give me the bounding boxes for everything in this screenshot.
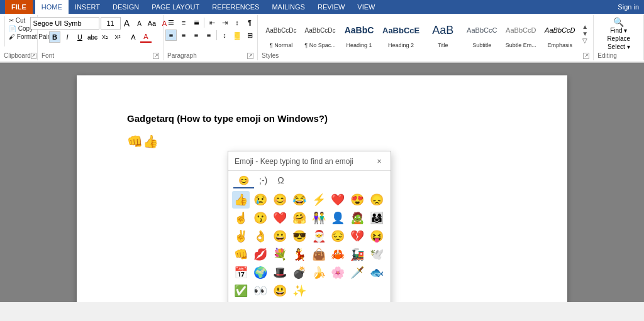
- paste-button[interactable]: 📋 Paste: [0, 16, 5, 46]
- styles-scroll-up[interactable]: ▲: [580, 23, 589, 30]
- superscript-button[interactable]: X²: [112, 31, 123, 43]
- emoji-cell-37[interactable]: 🌸: [329, 264, 347, 281]
- emoji-cell-14[interactable]: 🧟: [348, 209, 366, 227]
- emoji-cell-3[interactable]: 😂: [291, 191, 308, 209]
- style-emphasis[interactable]: AaBbCcD Emphasis: [541, 18, 579, 50]
- multilevel-list-button[interactable]: ≣: [191, 17, 202, 28]
- emoji-cell-41[interactable]: 👀: [252, 282, 269, 300]
- justify-button[interactable]: ≡: [203, 30, 214, 41]
- emoji-cell-5[interactable]: ❤️: [329, 191, 347, 209]
- emoji-cell-40[interactable]: ✅: [232, 282, 250, 300]
- find-button[interactable]: 🔍 Find ▾: [605, 16, 632, 35]
- file-tab[interactable]: FILE: [5, 0, 33, 14]
- style-subtle-em[interactable]: AaBbCcD Subtle Em...: [502, 18, 540, 50]
- emoji-picker-close-button[interactable]: ×: [374, 156, 384, 166]
- font-name-input[interactable]: [30, 17, 99, 30]
- emoji-cell-43[interactable]: ✨: [291, 282, 308, 300]
- style-subtitle[interactable]: AaBbCcC Subtitle: [463, 18, 501, 50]
- clipboard-expand[interactable]: ↗: [31, 53, 36, 59]
- style-no-space[interactable]: AaBbCcDc ¶ No Spac...: [301, 18, 339, 50]
- emoji-cell-20[interactable]: 🎅: [310, 227, 328, 245]
- styles-scroll-down[interactable]: ▼: [580, 30, 589, 37]
- emoji-cell-24[interactable]: 👊: [232, 246, 250, 263]
- emoji-cell-10[interactable]: ❤️: [271, 209, 289, 227]
- align-right-button[interactable]: ≡: [191, 30, 202, 41]
- style-normal[interactable]: AaBbCcDc ¶ Normal: [262, 18, 300, 50]
- strikethrough-button[interactable]: abc: [87, 31, 98, 43]
- emoji-cell-19[interactable]: 😎: [291, 227, 308, 245]
- styles-more-button[interactable]: ▽: [580, 37, 589, 44]
- emoji-cell-18[interactable]: 😀: [271, 227, 289, 245]
- emoji-cell-26[interactable]: 💐: [271, 246, 289, 263]
- numbering-button[interactable]: ≡: [178, 17, 189, 28]
- subscript-button[interactable]: X₂: [99, 31, 111, 43]
- emoji-cell-35[interactable]: 💣: [291, 264, 308, 281]
- replace-button[interactable]: Replace: [605, 35, 632, 43]
- emoji-cell-42[interactable]: 😃: [271, 282, 289, 300]
- emoji-cell-1[interactable]: 😢: [252, 191, 269, 209]
- emoji-cell-6[interactable]: 😍: [348, 191, 366, 209]
- emoji-cell-34[interactable]: 🎩: [271, 264, 289, 281]
- emoji-cell-32[interactable]: 📅: [232, 264, 250, 281]
- mailings-tab[interactable]: MAILINGS: [265, 0, 311, 14]
- align-center-button[interactable]: ≡: [178, 30, 189, 41]
- paragraph-expand[interactable]: ↗: [247, 53, 253, 59]
- highlight-color-button[interactable]: A: [128, 31, 139, 43]
- italic-button[interactable]: I: [62, 31, 73, 43]
- show-marks-button[interactable]: ¶: [244, 17, 255, 28]
- emoji-cell-16[interactable]: ✌️: [232, 227, 250, 245]
- emoji-cell-29[interactable]: 🦀: [329, 246, 347, 263]
- emoji-cell-33[interactable]: 🌍: [252, 264, 269, 281]
- emoji-cell-12[interactable]: 👫: [310, 209, 328, 227]
- emoji-cell-38[interactable]: 🗡️: [348, 264, 366, 281]
- emoji-cell-11[interactable]: 🤗: [291, 209, 308, 227]
- increase-indent-button[interactable]: ⇥: [219, 17, 230, 28]
- styles-expand[interactable]: ↗: [583, 53, 589, 59]
- emoji-cell-8[interactable]: ☝️: [232, 209, 250, 227]
- emoji-cell-13[interactable]: 👤: [329, 209, 347, 227]
- emoji-cell-17[interactable]: 👌: [252, 227, 269, 245]
- emoji-cell-9[interactable]: 😗: [252, 209, 269, 227]
- references-tab[interactable]: REFERENCES: [206, 0, 265, 14]
- sign-in[interactable]: Sign in: [618, 3, 639, 11]
- emoji-cell-39[interactable]: 🐟: [368, 264, 386, 281]
- emoji-tab-smiley[interactable]: 😊: [233, 173, 254, 188]
- font-color-button[interactable]: A: [140, 31, 152, 43]
- align-left-button[interactable]: ≡: [165, 30, 177, 41]
- emoji-cell-4[interactable]: ⚡: [310, 191, 328, 209]
- decrease-indent-button[interactable]: ⇤: [206, 17, 218, 28]
- style-heading2[interactable]: AaBbCcE Heading 2: [379, 18, 423, 50]
- home-tab[interactable]: HOME: [35, 0, 69, 14]
- emoji-cell-28[interactable]: 👜: [310, 246, 328, 263]
- sort-button[interactable]: ↕: [231, 17, 243, 28]
- emoji-cell-2[interactable]: 😊: [271, 191, 289, 209]
- font-shrink-button[interactable]: A: [134, 18, 145, 29]
- emoji-cell-15[interactable]: 👨‍👩‍👧: [368, 209, 386, 227]
- style-title[interactable]: AaB Title: [424, 18, 462, 50]
- underline-button[interactable]: U: [74, 31, 86, 43]
- emoji-cell-7[interactable]: 😞: [368, 191, 386, 209]
- emoji-cell-27[interactable]: 💃: [291, 246, 308, 263]
- font-expand[interactable]: ↗: [153, 53, 159, 59]
- style-heading1[interactable]: AaBbC Heading 1: [340, 18, 378, 50]
- bold-button[interactable]: B: [49, 31, 60, 43]
- emoji-cell-21[interactable]: 😔: [329, 227, 347, 245]
- page-layout-tab[interactable]: PAGE LAYOUT: [145, 0, 206, 14]
- emoji-cell-31[interactable]: 🕊️: [368, 246, 386, 263]
- review-tab[interactable]: REVIEW: [311, 0, 351, 14]
- select-button[interactable]: Select ▾: [605, 43, 632, 51]
- emoji-tab-emoticon[interactable]: ;-): [254, 173, 272, 188]
- bullets-button[interactable]: ☰: [165, 17, 177, 28]
- font-grow-button[interactable]: A: [121, 18, 133, 29]
- emoji-cell-36[interactable]: 🍌: [310, 264, 328, 281]
- design-tab[interactable]: DESIGN: [106, 0, 145, 14]
- emoji-tab-symbols[interactable]: Ω: [272, 173, 289, 188]
- emoji-cell-23[interactable]: 😝: [368, 227, 386, 245]
- change-case-button[interactable]: Aa: [147, 18, 158, 29]
- emoji-cell-0[interactable]: 👍: [232, 191, 250, 209]
- view-tab[interactable]: VIEW: [351, 0, 381, 14]
- emoji-cell-22[interactable]: 💔: [348, 227, 366, 245]
- emoji-cell-30[interactable]: 🚂: [348, 246, 366, 263]
- insert-tab[interactable]: INSERT: [69, 0, 106, 14]
- emoji-cell-25[interactable]: 💋: [252, 246, 269, 263]
